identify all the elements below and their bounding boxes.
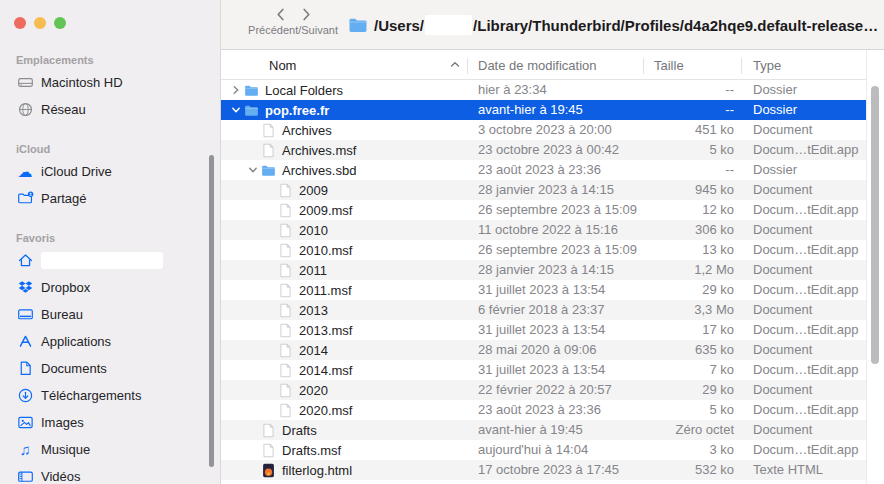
table-row[interactable]: Draftsavant-hier à 19:45Zéro octetDocume…: [221, 420, 866, 440]
file-date: 17 octobre 2023 à 17:45: [478, 460, 619, 480]
file-icon: [261, 443, 277, 458]
table-row[interactable]: filterlog.html17 octobre 2023 à 17:45532…: [221, 460, 866, 480]
sidebar-sections: EmplacementsMacintosh HDRéseauiCloud☁iCl…: [0, 46, 220, 484]
file-name: 2009: [299, 183, 328, 198]
chevron-down-icon[interactable]: [248, 165, 261, 175]
sidebar-item-label: Documents: [41, 361, 107, 376]
sidebar-item-icloud-drive[interactable]: ☁iCloud Drive: [0, 158, 220, 185]
sidebar-item-macintosh-hd[interactable]: Macintosh HD: [0, 69, 220, 96]
column-header-taille[interactable]: Taille: [654, 58, 684, 73]
sidebar-item-applications[interactable]: Applications: [0, 328, 220, 355]
file-date: 23 octobre 2023 à 00:42: [478, 140, 619, 160]
chevron-down-icon[interactable]: [231, 105, 244, 115]
table-row[interactable]: 20136 février 2018 à 23:373,3 MoDocument: [221, 300, 866, 320]
name-cell: Archives.sbd: [221, 163, 356, 178]
folder-icon: [348, 17, 368, 33]
sidebar-item-bureau[interactable]: Bureau: [0, 301, 220, 328]
name-cell: Archives: [221, 123, 332, 138]
column-divider[interactable]: [467, 58, 468, 74]
close-button[interactable]: [14, 17, 26, 29]
table-row[interactable]: Archives.msf23 octobre 2023 à 00:425 koD…: [221, 140, 866, 160]
file-name: 2009.msf: [299, 203, 352, 218]
sidebar-item-musique[interactable]: ♫Musique: [0, 436, 220, 463]
column-header-nom[interactable]: Nom: [269, 58, 296, 73]
sidebar-item-images[interactable]: Images: [0, 409, 220, 436]
column-divider[interactable]: [643, 58, 644, 74]
table-row[interactable]: Archives.sbd23 août 2023 à 23:36--Dossie…: [221, 160, 866, 180]
file-date: 28 janvier 2023 à 14:15: [478, 180, 614, 200]
file-date: 3 octobre 2023 à 20:00: [478, 120, 612, 140]
table-row[interactable]: 201428 mai 2020 à 09:06635 koDocument: [221, 340, 866, 360]
sidebar-item-label: Téléchargements: [41, 388, 141, 403]
sidebar-item-dropbox[interactable]: Dropbox: [0, 274, 220, 301]
path-bar[interactable]: /Users/ /Library/Thunderbird/Profiles/d4…: [348, 0, 880, 50]
table-row[interactable]: Archives3 octobre 2023 à 20:00451 koDocu…: [221, 120, 866, 140]
table-row[interactable]: 2009.msf26 septembre 2023 à 15:0912 koDo…: [221, 200, 866, 220]
file-size: 635 ko: [644, 340, 734, 360]
file-icon: [261, 123, 277, 138]
file-date: 26 septembre 2023 à 15:09: [478, 200, 637, 220]
file-size: 5 ko: [644, 400, 734, 420]
file-icon: [278, 183, 294, 198]
table-row[interactable]: 201011 octobre 2022 à 15:16306 koDocumen…: [221, 220, 866, 240]
file-size: 3,3 Mo: [644, 300, 734, 320]
table-row[interactable]: 2010.msf26 septembre 2023 à 15:0913 koDo…: [221, 240, 866, 260]
file-type: Docum…tEdit.app: [753, 140, 859, 160]
sidebar-scrollbar[interactable]: [209, 155, 214, 467]
file-icon: [278, 363, 294, 378]
file-size: 945 ko: [644, 180, 734, 200]
zoom-button[interactable]: [54, 17, 66, 29]
file-date: 31 juillet 2023 à 13:54: [478, 320, 605, 340]
file-name: Local Folders: [265, 83, 343, 98]
sidebar-item-reseau[interactable]: Réseau: [0, 96, 220, 123]
table-row[interactable]: 200928 janvier 2023 à 14:15945 koDocumen…: [221, 180, 866, 200]
file-name: 2011: [299, 263, 327, 278]
sidebar-item-partage[interactable]: Partagé: [0, 185, 220, 212]
column-header-date[interactable]: Date de modification: [478, 58, 597, 73]
file-list: Local Foldershier à 23:34--Dossierpop.fr…: [221, 80, 866, 480]
file-type: Docum…tEdit.app: [753, 280, 859, 300]
internal-drive-icon: [13, 74, 37, 91]
forward-button[interactable]: [301, 7, 312, 22]
file-icon: [278, 383, 294, 398]
table-row[interactable]: 2020.msf23 août 2023 à 23:365 koDocum…tE…: [221, 400, 866, 420]
file-name: Archives.sbd: [282, 163, 356, 178]
table-row[interactable]: 202022 février 2022 à 20:5729 koDocument: [221, 380, 866, 400]
sidebar-section-title: Favoris: [0, 224, 220, 247]
sidebar-item-telechargements[interactable]: Téléchargements: [0, 382, 220, 409]
name-cell: Archives.msf: [221, 143, 356, 158]
file-name: Drafts: [282, 423, 317, 438]
sidebar-item-documents[interactable]: Documents: [0, 355, 220, 382]
path-suffix: /Library/Thunderbird/Profiles/d4a2hqe9.d…: [473, 17, 878, 34]
table-row[interactable]: Drafts.msfaujourd'hui à 14:043 koDocum…t…: [221, 440, 866, 460]
file-size: 29 ko: [644, 280, 734, 300]
column-header-type[interactable]: Type: [753, 58, 781, 73]
minimize-button[interactable]: [34, 17, 46, 29]
file-date: avant-hier à 19:45: [478, 420, 583, 440]
table-row[interactable]: 201128 janvier 2023 à 14:151,2 MoDocumen…: [221, 260, 866, 280]
file-date: aujourd'hui à 14:04: [478, 440, 588, 460]
table-row[interactable]: pop.free.fravant-hier à 19:45--Dossier: [221, 100, 866, 120]
table-row[interactable]: 2014.msf31 juillet 2023 à 13:547 koDocum…: [221, 360, 866, 380]
column-divider[interactable]: [741, 58, 742, 74]
table-row[interactable]: 2013.msf31 juillet 2023 à 13:5417 koDocu…: [221, 320, 866, 340]
chevron-right-icon[interactable]: [231, 85, 244, 95]
home-icon: [13, 252, 37, 269]
sidebar-item-home[interactable]: [0, 247, 220, 274]
table-row[interactable]: 2011.msf31 juillet 2023 à 13:5429 koDocu…: [221, 280, 866, 300]
content-scrollbar[interactable]: [871, 86, 879, 364]
name-cell: Drafts.msf: [221, 443, 341, 458]
file-name: 2011.msf: [299, 283, 352, 298]
file-size: 306 ko: [644, 220, 734, 240]
back-button[interactable]: [275, 7, 286, 22]
images-icon: [13, 414, 37, 431]
file-name: 2010.msf: [299, 243, 352, 258]
nav-label: Précédent/Suivant: [237, 24, 349, 36]
sidebar-item-label: Dropbox: [41, 280, 90, 295]
file-size: 3 ko: [644, 440, 734, 460]
desktop-icon: [13, 306, 37, 323]
table-row[interactable]: Local Foldershier à 23:34--Dossier: [221, 80, 866, 100]
sidebar-item-label: Applications: [41, 334, 111, 349]
sidebar-item-videos[interactable]: Vidéos: [0, 463, 220, 484]
name-cell: 2020.msf: [221, 403, 352, 418]
